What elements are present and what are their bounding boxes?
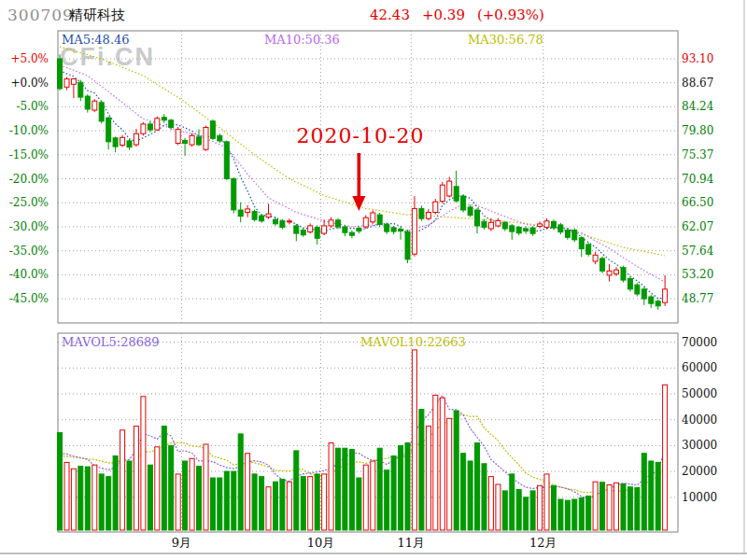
svg-text:40000: 40000: [682, 413, 717, 427]
svg-text:+0.0%: +0.0%: [10, 77, 49, 90]
ma30-line: [60, 47, 665, 256]
mavol5-label: MAVOL5:28689: [62, 335, 160, 349]
svg-text:10000: 10000: [682, 491, 717, 504]
svg-text:70.94: 70.94: [682, 173, 714, 186]
price-change: +0.39: [422, 7, 465, 23]
volume-bars: [58, 350, 668, 530]
svg-text:+5.0%: +5.0%: [10, 52, 49, 65]
svg-text:70000: 70000: [682, 336, 717, 349]
annotation-arrow: [352, 153, 365, 211]
stock-code: 300709: [7, 6, 74, 24]
svg-text:60000: 60000: [682, 361, 717, 374]
ma5-label: MA5:48.46: [62, 33, 130, 47]
svg-text:48.77: 48.77: [682, 292, 713, 305]
price-change-percent: (+0.93%): [477, 7, 544, 23]
svg-text:-40.0%: -40.0%: [9, 268, 49, 281]
date-annotation: 2020-10-20: [284, 124, 437, 147]
candlestick-chart[interactable]: +5.0%+0.0%-5.0%-10.0%-15.0%-20.0%-25.0%-…: [0, 0, 747, 560]
ma30-label: MA30:56.78: [468, 33, 543, 47]
stock-chart-window: 300709 精研科技 42.43 +0.39 (+0.93%) CFi.CN …: [0, 0, 747, 560]
svg-text:62.07: 62.07: [682, 220, 713, 233]
svg-text:93.10: 93.10: [682, 52, 713, 65]
svg-text:30000: 30000: [682, 439, 717, 452]
svg-text:9月: 9月: [172, 536, 191, 550]
svg-text:79.80: 79.80: [682, 124, 713, 137]
svg-text:20000: 20000: [682, 465, 717, 478]
mavol10-label: MAVOL10:22663: [360, 335, 466, 349]
svg-text:-20.0%: -20.0%: [9, 173, 49, 186]
svg-text:84.24: 84.24: [682, 100, 714, 113]
svg-text:-45.0%: -45.0%: [9, 292, 49, 305]
svg-text:-5.0%: -5.0%: [16, 100, 49, 113]
ma10-label: MA10:50.36: [264, 33, 340, 47]
gridlines: [58, 31, 678, 532]
svg-text:10月: 10月: [307, 536, 335, 550]
svg-text:75.37: 75.37: [682, 148, 713, 161]
svg-text:12月: 12月: [529, 536, 557, 550]
last-price: 42.43: [370, 7, 410, 23]
svg-text:11月: 11月: [397, 536, 425, 550]
svg-text:-30.0%: -30.0%: [9, 220, 49, 233]
svg-text:-35.0%: -35.0%: [9, 245, 49, 258]
svg-text:-15.0%: -15.0%: [9, 148, 49, 161]
svg-text:57.64: 57.64: [682, 245, 714, 258]
svg-text:50000: 50000: [682, 387, 717, 400]
svg-text:53.20: 53.20: [682, 268, 713, 281]
ma10-line: [60, 65, 665, 282]
quote-strip: 42.43 +0.39 (+0.93%): [370, 7, 544, 23]
svg-text:-25.0%: -25.0%: [9, 196, 49, 209]
stock-name: 精研科技: [69, 7, 125, 24]
svg-text:-10.0%: -10.0%: [9, 124, 49, 137]
ma5-line: [60, 71, 665, 299]
svg-text:66.50: 66.50: [682, 196, 713, 209]
candles: [58, 54, 668, 310]
svg-text:88.67: 88.67: [682, 77, 713, 90]
